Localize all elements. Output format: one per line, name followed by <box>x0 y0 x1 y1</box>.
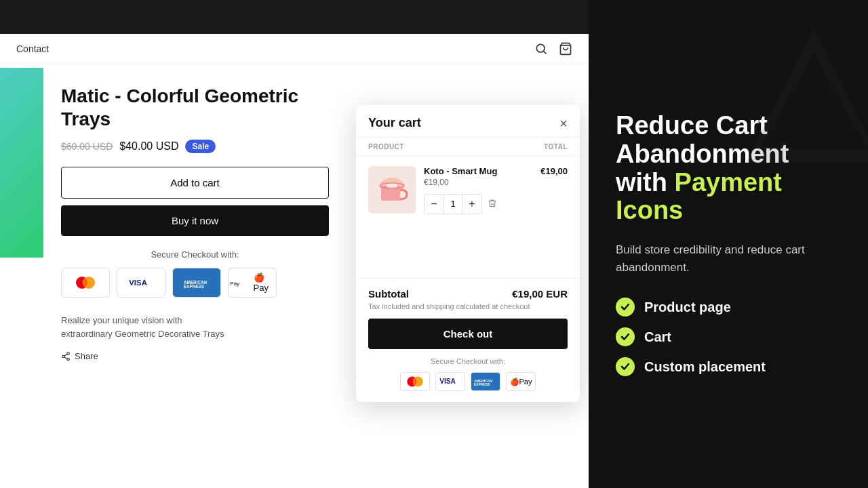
svg-point-12 <box>67 358 70 361</box>
visa-icon: VISA <box>117 268 165 298</box>
navbar: Contact <box>0 34 589 64</box>
product-title: Matic - Colorful Geometric Trays <box>61 85 332 130</box>
svg-text:VISA: VISA <box>129 279 147 287</box>
feature-check-custom <box>616 357 635 376</box>
apple-pay-icon: Pay 🍎Pay <box>228 268 277 298</box>
feature-item-cart: Cart <box>616 327 841 346</box>
cart-secure-label: Secure Checkout with: <box>368 357 568 365</box>
cart-empty-space <box>356 224 580 278</box>
cart-mastercard-icon <box>400 372 430 391</box>
svg-line-14 <box>64 354 67 355</box>
cart-amex-icon: AMERICAN EXPRESS <box>471 372 500 391</box>
quantity-value: 1 <box>443 195 462 214</box>
feature-item-custom-placement: Custom placement <box>616 357 841 376</box>
cart-header: Your cart × <box>356 105 580 138</box>
svg-text:VISA: VISA <box>439 378 456 385</box>
cart-item-details: Koto - Smart Mug €19,00 − 1 + <box>424 166 497 214</box>
quantity-increase-button[interactable]: + <box>462 195 481 214</box>
nav-left: Contact <box>16 43 49 54</box>
cart-title: Your cart <box>368 116 421 130</box>
marketing-highlight: Payment Icons <box>616 168 782 225</box>
svg-text:Pay: Pay <box>230 281 239 287</box>
amex-icon: AMERICAN EXPRESS <box>172 268 221 298</box>
svg-text:EXPRESS: EXPRESS <box>184 284 204 289</box>
feature-item-product-page: Product page <box>616 298 841 317</box>
quantity-decrease-button[interactable]: − <box>425 195 443 214</box>
sale-price: $40.00 USD <box>119 140 178 152</box>
nav-icons <box>534 42 572 56</box>
cart-apple-pay-icon: 🍎Pay <box>506 372 536 391</box>
feature-check-product-page <box>616 298 635 317</box>
bg-triangle-decoration <box>746 27 868 163</box>
feature-label-product-page: Product page <box>644 300 731 315</box>
subtotal-value: €19,00 EUR <box>512 288 568 300</box>
cart-overlay: Your cart × PRODUCT TOTAL <box>356 105 580 402</box>
quantity-control: − 1 + <box>424 194 482 214</box>
buy-it-now-button[interactable]: Buy it now <box>61 205 329 236</box>
cart-column-headers: PRODUCT TOTAL <box>356 138 580 157</box>
marketing-section: Reduce CartAbandonmentwith Payment Icons… <box>589 0 868 488</box>
cart-payment-icons: VISA AMERICAN EXPRESS 🍎Pay <box>356 372 580 402</box>
svg-line-1 <box>544 52 547 54</box>
add-to-cart-button[interactable]: Add to cart <box>61 167 329 199</box>
share-label: Share <box>75 351 98 361</box>
feature-label-custom-placement: Custom placement <box>644 359 766 375</box>
nav-contact[interactable]: Contact <box>16 43 49 54</box>
top-bar <box>0 0 589 34</box>
product-description: Realize your unique vision with extraord… <box>61 314 329 340</box>
svg-point-11 <box>62 355 65 358</box>
col-product: PRODUCT <box>368 143 404 150</box>
cart-icon[interactable] <box>559 42 572 56</box>
cart-subtotal-section: Subtotal €19,00 EUR Tax included and shi… <box>356 278 580 365</box>
svg-line-13 <box>64 357 67 359</box>
payment-icons-product: VISA AMERICAN EXPRESS Pay 🍎Pay <box>61 268 329 298</box>
svg-point-0 <box>536 44 545 52</box>
svg-text:EXPRESS: EXPRESS <box>474 382 490 386</box>
feature-check-cart <box>616 327 635 346</box>
cart-tax-note: Tax included and shipping calculated at … <box>368 302 568 310</box>
original-price: $60.00 USD <box>61 141 113 152</box>
marketing-subtext: Build store credibility and reduce cart … <box>616 241 841 276</box>
store-section: Contact Matic - Colorful Geometric Trays… <box>0 0 589 488</box>
cart-item-unit-price: €19,00 <box>424 178 497 187</box>
secure-checkout-label: Secure Checkout with: <box>61 249 329 260</box>
search-icon[interactable] <box>534 42 548 56</box>
cart-item-total-price: €19,00 <box>540 166 568 176</box>
cart-visa-icon: VISA <box>435 372 465 391</box>
trash-icon <box>488 199 497 208</box>
cart-item-image <box>368 166 416 214</box>
share-button[interactable]: Share <box>61 351 98 361</box>
checkout-button[interactable]: Check out <box>368 319 568 349</box>
sale-badge: Sale <box>185 140 216 153</box>
checkmark-icon-3 <box>620 361 631 372</box>
subtotal-label: Subtotal <box>368 288 409 300</box>
share-icon <box>61 352 71 361</box>
checkmark-icon-2 <box>620 331 631 342</box>
checkmark-icon <box>620 302 631 312</box>
feature-list: Product page Cart Custom placement <box>616 298 841 376</box>
delete-item-button[interactable] <box>488 199 497 210</box>
svg-point-10 <box>67 352 70 355</box>
cart-close-button[interactable]: × <box>559 117 568 130</box>
cart-subtotal-row: Subtotal €19,00 EUR <box>368 288 568 300</box>
col-total: TOTAL <box>544 143 568 150</box>
feature-label-cart: Cart <box>644 329 671 345</box>
cart-item-controls: − 1 + <box>424 194 497 214</box>
svg-marker-26 <box>760 54 868 149</box>
cart-item-name: Koto - Smart Mug <box>424 166 497 176</box>
cart-item: Koto - Smart Mug €19,00 − 1 + <box>356 157 580 224</box>
mastercard-icon <box>61 268 110 298</box>
